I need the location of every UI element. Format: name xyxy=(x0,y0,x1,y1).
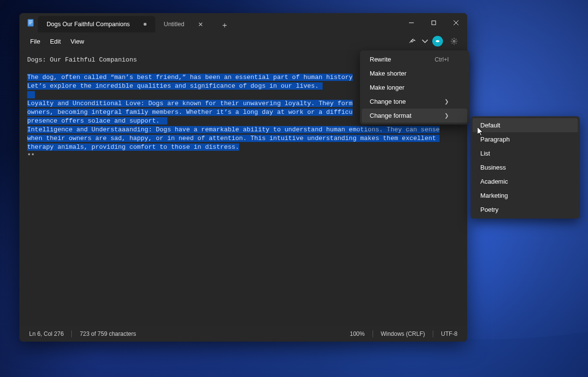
svg-rect-0 xyxy=(28,19,33,27)
ai-context-menu: Rewrite Ctrl+I Make shorter Make longer … xyxy=(360,50,469,125)
window-controls xyxy=(400,15,467,31)
menubar: File Edit View xyxy=(19,32,467,50)
selected-text: therapy animals, providing comfort to th… xyxy=(27,143,239,151)
chevron-right-icon: ❯ xyxy=(444,98,449,105)
close-tab-icon[interactable]: ✕ xyxy=(198,21,203,28)
titlebar: Dogs Our Faithful Companions Untitled ✕ … xyxy=(19,13,467,32)
menu-change-format[interactable]: Change format ❯ xyxy=(362,109,467,123)
selected-text: Intelligence and Understaaanding: Dogs h… xyxy=(27,126,440,133)
svg-rect-2 xyxy=(29,22,33,23)
status-position[interactable]: Ln 6, Col 276 xyxy=(27,330,65,337)
status-char-count[interactable]: 723 of 759 characters xyxy=(78,330,138,337)
status-zoom[interactable]: 100% xyxy=(348,330,367,337)
tab-active[interactable]: Dogs Our Faithful Companions xyxy=(38,16,155,32)
copilot-button[interactable] xyxy=(430,34,445,48)
app-icon xyxy=(23,18,38,27)
menu-file[interactable]: File xyxy=(25,36,45,47)
editor-line: ** xyxy=(27,152,459,160)
status-encoding[interactable]: UTF-8 xyxy=(439,330,459,337)
copilot-icon xyxy=(432,36,443,47)
tab-label: Dogs Our Faithful Companions xyxy=(47,21,130,28)
selected-text: owners, becoming integral family members… xyxy=(27,109,353,116)
close-button[interactable] xyxy=(445,15,467,31)
svg-point-8 xyxy=(453,40,455,42)
mouse-cursor-icon xyxy=(477,127,484,139)
shortcut-label: Ctrl+I xyxy=(435,56,449,63)
menu-make-shorter[interactable]: Make shorter xyxy=(362,66,467,80)
selected-text: when their owners are sad, happy, or in … xyxy=(27,135,436,142)
chevron-right-icon: ❯ xyxy=(444,112,449,119)
menu-view[interactable]: View xyxy=(65,36,89,47)
selected-text: presence offers solace and support. xyxy=(27,117,160,125)
maximize-button[interactable] xyxy=(423,15,445,31)
settings-button[interactable] xyxy=(447,34,461,48)
menu-change-tone[interactable]: Change tone ❯ xyxy=(362,94,467,109)
new-tab-button[interactable]: ＋ xyxy=(217,18,232,32)
svg-rect-3 xyxy=(29,24,31,24)
tab-label: Untitled xyxy=(164,21,184,28)
tab-inactive[interactable]: Untitled ✕ xyxy=(155,16,212,32)
svg-rect-1 xyxy=(29,21,33,21)
submenu-list[interactable]: List xyxy=(473,146,578,160)
menu-edit[interactable]: Edit xyxy=(45,36,65,47)
menu-make-longer[interactable]: Make longer xyxy=(362,80,467,94)
svg-rect-5 xyxy=(432,21,436,25)
selected-text: Let’s explore the incredible qualities a… xyxy=(27,82,319,90)
format-submenu: Default Paragraph List Business Academic… xyxy=(471,116,580,219)
statusbar: Ln 6, Col 276 723 of 759 characters 100%… xyxy=(19,326,467,342)
ai-dropdown-chevron[interactable] xyxy=(422,34,428,48)
submenu-marketing[interactable]: Marketing xyxy=(473,188,578,203)
selected-text: Loyalty and Unconditional Love: Dogs are… xyxy=(27,100,353,107)
dirty-indicator-icon xyxy=(144,23,147,26)
ai-rewrite-button[interactable] xyxy=(405,34,420,48)
submenu-poetry[interactable]: Poetry xyxy=(473,203,578,217)
menu-rewrite[interactable]: Rewrite Ctrl+I xyxy=(362,52,467,66)
status-line-ending[interactable]: Windows (CRLF) xyxy=(379,330,427,337)
submenu-default[interactable]: Default xyxy=(473,118,578,132)
selected-text: The dog, often called “man’s best friend… xyxy=(27,74,353,81)
minimize-button[interactable] xyxy=(400,15,423,31)
submenu-paragraph[interactable]: Paragraph xyxy=(473,132,578,146)
submenu-business[interactable]: Business xyxy=(473,160,578,174)
submenu-academic[interactable]: Academic xyxy=(473,174,578,188)
tabs: Dogs Our Faithful Companions Untitled ✕ … xyxy=(38,13,400,32)
